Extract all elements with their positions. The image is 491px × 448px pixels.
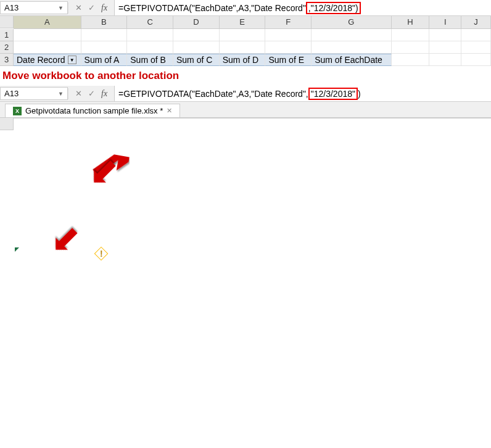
name-box[interactable]: A13 ▼ <box>0 1 68 14</box>
formula-highlight: ,"12/3/2018") <box>306 2 361 14</box>
cell[interactable]: Sum of D <box>220 54 266 66</box>
formula-highlight: "12/3/2018" <box>308 88 358 100</box>
col-header[interactable]: G <box>312 16 392 28</box>
cell[interactable] <box>265 41 312 54</box>
error-badge-icon[interactable] <box>94 247 109 261</box>
col-header[interactable]: J <box>461 16 491 28</box>
col-header[interactable]: D <box>173 16 220 28</box>
file-tab-bar: X Getpivotdata function sample file.xlsx… <box>0 102 491 118</box>
red-arrow-top <box>86 151 130 194</box>
file-tab[interactable]: X Getpivotdata function sample file.xlsx… <box>5 104 180 117</box>
select-all-corner[interactable] <box>0 16 14 28</box>
formula-text: =GETPIVOTDATA("EachDate",A3,"Date Record… <box>118 89 308 99</box>
name-box-value: A13 <box>4 3 19 12</box>
cell[interactable] <box>429 29 461 41</box>
col-header[interactable]: H <box>392 16 430 28</box>
col-header[interactable]: I <box>429 16 461 28</box>
file-tab-label: Getpivotdata function sample file.xlsx * <box>25 106 163 115</box>
row-header[interactable]: 3 <box>0 54 14 66</box>
enter-icon[interactable]: ✓ <box>86 89 97 98</box>
top-spreadsheet: A13 ▼ ✕ ✓ fx =GETPIVOTDATA("EachDate",A3… <box>0 0 491 66</box>
cell[interactable] <box>14 41 81 54</box>
grid-top[interactable]: ABCDEFGHIJ 123Date Record▼Sum of ASum of… <box>0 16 491 66</box>
excel-file-icon: X <box>13 107 22 115</box>
cell[interactable] <box>220 41 266 54</box>
cell[interactable] <box>81 41 128 54</box>
col-header[interactable]: E <box>220 16 266 28</box>
formula-text: =GETPIVOTDATA("EachDate",A3,"Date Record… <box>118 3 306 13</box>
formula-input[interactable]: =GETPIVOTDATA("EachDate",A3,"Date Record… <box>114 0 491 15</box>
cell[interactable] <box>220 29 266 41</box>
cell[interactable] <box>392 41 430 54</box>
cell[interactable] <box>461 41 491 54</box>
cell[interactable] <box>173 41 220 54</box>
cell[interactable]: Sum of EachDate <box>312 54 391 66</box>
select-all-corner[interactable] <box>0 118 14 130</box>
formula-bar-top: A13 ▼ ✕ ✓ fx =GETPIVOTDATA("EachDate",A3… <box>0 0 491 16</box>
fx-icon[interactable]: fx <box>99 3 109 13</box>
cancel-icon[interactable]: ✕ <box>73 89 84 98</box>
col-header[interactable]: B <box>81 16 128 28</box>
cell[interactable]: Sum of C <box>173 54 220 66</box>
cell[interactable] <box>461 54 491 66</box>
grid-bottom[interactable] <box>0 118 491 118</box>
cancel-icon[interactable]: ✕ <box>73 3 84 12</box>
pivot-filter-dropdown[interactable]: ▼ <box>68 56 76 64</box>
fx-icon[interactable]: fx <box>99 89 109 99</box>
cell[interactable] <box>127 41 173 54</box>
formula-suffix: ) <box>358 89 361 99</box>
move-workbook-label: Move workbook to another location <box>0 66 491 86</box>
row-header[interactable]: 1 <box>0 29 14 41</box>
cell[interactable]: Sum of B <box>127 54 173 66</box>
cell[interactable] <box>392 54 430 66</box>
col-header[interactable]: C <box>127 16 173 28</box>
cell[interactable] <box>173 29 220 41</box>
cell[interactable] <box>265 29 312 41</box>
cell[interactable] <box>312 29 391 41</box>
enter-icon[interactable]: ✓ <box>86 3 97 12</box>
cell[interactable]: Sum of E <box>265 54 312 66</box>
svg-marker-5 <box>49 225 81 256</box>
close-tab-icon[interactable]: ✕ <box>167 107 172 115</box>
cell[interactable] <box>127 29 173 41</box>
formula-buttons: ✕ ✓ fx <box>68 3 114 13</box>
formula-bar-bottom: A13 ▼ ✕ ✓ fx =GETPIVOTDATA("EachDate",A3… <box>0 86 491 102</box>
col-header[interactable]: F <box>265 16 312 28</box>
cell[interactable] <box>429 54 461 66</box>
cell[interactable] <box>14 29 81 41</box>
cell[interactable] <box>392 29 430 41</box>
cell[interactable] <box>312 41 391 54</box>
formula-input[interactable]: =GETPIVOTDATA("EachDate",A3,"Date Record… <box>114 86 491 101</box>
error-indicator-triangle <box>15 247 19 252</box>
name-box-dropdown-icon[interactable]: ▼ <box>58 5 64 11</box>
cell[interactable]: Sum of A <box>81 54 128 66</box>
name-box-dropdown-icon[interactable]: ▼ <box>58 91 64 97</box>
red-arrow-bottom <box>48 218 91 261</box>
cell[interactable] <box>81 29 128 41</box>
formula-buttons: ✕ ✓ fx <box>68 89 114 99</box>
row-header[interactable]: 2 <box>0 41 14 54</box>
bottom-spreadsheet: A13 ▼ ✕ ✓ fx =GETPIVOTDATA("EachDate",A3… <box>0 86 491 118</box>
cell[interactable] <box>461 29 491 41</box>
cell[interactable]: Date Record▼ <box>14 54 81 66</box>
name-box[interactable]: A13 ▼ <box>0 87 68 100</box>
cell[interactable] <box>429 41 461 54</box>
col-header[interactable]: A <box>14 16 81 28</box>
name-box-value: A13 <box>4 89 19 98</box>
